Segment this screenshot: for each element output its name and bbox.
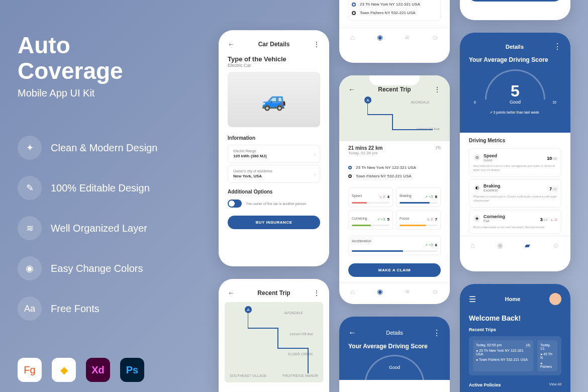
menu-icon[interactable]: ⋮ <box>434 85 441 93</box>
metric-braking-card[interactable]: ◐BrakingExcellent7/10 Praesent ut luctus… <box>469 179 561 208</box>
trip-card[interactable]: Today, 11: ● 43 Th N ● Fishers <box>537 340 557 371</box>
pen-icon: ✎ <box>18 176 42 200</box>
marketing-panel: Auto Coverage Mobile App UI Kit <box>18 33 123 99</box>
vehicle-type-value: Electric Car <box>219 63 329 68</box>
phone-notch <box>369 75 420 85</box>
menu-icon[interactable]: ⋮ <box>553 42 561 51</box>
page-title: Details <box>386 330 403 336</box>
page-title: Recent Trip <box>378 86 411 93</box>
make-claim-button[interactable]: MAKE A CLAIM <box>348 263 441 277</box>
dot-icon <box>348 174 352 178</box>
back-icon[interactable]: ← <box>228 289 235 297</box>
phone-notch <box>490 284 540 294</box>
buy-insurance-button[interactable]: BUY INSURANCE <box>469 0 561 2</box>
metric-speed-card[interactable]: ⊙SpeedGood10/10 Sed bibendum rutrum null… <box>469 148 561 177</box>
car-icon[interactable]: ≡ <box>405 33 409 41</box>
back-icon[interactable]: ← <box>228 40 235 48</box>
font-icon: Aa <box>18 297 42 321</box>
profile-icon[interactable]: ☺ <box>432 287 439 296</box>
page-title: Home <box>476 296 549 302</box>
trip-count: (5) <box>436 145 441 155</box>
city-label: Owner's city of residence <box>233 169 315 173</box>
back-icon[interactable]: ← <box>348 85 355 93</box>
phone-notch <box>490 33 540 43</box>
feature-label: Clean & Modern Design <box>51 142 157 154</box>
gauge-label: Good <box>348 365 441 370</box>
phone-trip-summary-top: 21 mins 22 km Today, 01:39 pm (5) 23 Th … <box>339 0 450 63</box>
phone-car-details: ← Car Details ⋮ Type of the Vehicle Elec… <box>219 30 329 266</box>
metrics-title: Driving Metrics <box>460 133 570 146</box>
map-view[interactable]: AVONDALE Lemon Hill Ave ELDER CREEK SOUT… <box>225 302 323 382</box>
metric-cornering-card[interactable]: ◈CorneringFair3/10 ↘ -3 Proin malesuada … <box>469 210 561 234</box>
address-start: 23 Th New York NY 122-321 USA <box>348 163 441 172</box>
product-title-2: Coverage <box>18 58 123 84</box>
back-icon[interactable]: ← <box>348 328 356 337</box>
product-title-1: Auto <box>18 33 123 58</box>
palette-icon: ◉ <box>18 256 42 280</box>
dot-icon <box>348 166 352 169</box>
home-header: ☰ Home <box>469 293 561 305</box>
blue-header-section: Details ⋮ Your Average Driving Score Goo… <box>460 33 570 133</box>
tool-icons-row: Fg ◆ Xd Ps <box>18 358 144 382</box>
location-icon[interactable]: ◉ <box>497 241 503 249</box>
trip-date: Today, 01:39 pm <box>348 151 382 155</box>
car-icon[interactable]: ≡ <box>405 287 409 296</box>
cornering-icon: ◈ <box>473 215 480 222</box>
phone-recent-trip-map: ← Recent Trip ⋮ AVONDALE Lemon Hill Ave … <box>219 279 329 392</box>
location-icon[interactable]: ◉ <box>377 33 383 41</box>
profile-icon[interactable]: ☺ <box>552 241 559 249</box>
braking-icon: ◐ <box>473 184 480 191</box>
profile-icon[interactable]: ☺ <box>432 33 439 41</box>
feature-item: ✦Clean & Modern Design <box>18 136 157 160</box>
buy-insurance-button[interactable]: BUY INSURANCE <box>228 216 320 229</box>
score-heading: Your Average Driving Score <box>469 56 561 63</box>
range-label: Electric Range <box>233 149 315 153</box>
page-title: Car Details <box>258 41 290 48</box>
phone-notch <box>249 30 299 40</box>
car-icon[interactable]: ▰ <box>525 241 530 249</box>
toggle-label: The owner of the car is another person <box>246 202 306 206</box>
phone-notch <box>249 279 299 289</box>
recent-trips-cards: Today, 02:55 pm(4) ● 23 Th New York NY 1… <box>469 336 561 375</box>
city-card[interactable]: Owner's city of residence New York, USA … <box>228 165 320 183</box>
feature-item: ◉Easy Change Colors <box>18 256 157 280</box>
menu-icon[interactable]: ⋮ <box>433 328 441 338</box>
home-icon[interactable]: ⌂ <box>350 287 354 296</box>
menu-icon[interactable]: ⋮ <box>313 40 320 48</box>
hamburger-icon[interactable]: ☰ <box>469 295 476 304</box>
menu-icon[interactable]: ⋮ <box>313 289 320 297</box>
avatar[interactable] <box>549 293 561 305</box>
address-text: 23 Th New York NY 122-321 USA <box>360 2 420 7</box>
home-icon[interactable]: ⌂ <box>350 33 354 41</box>
product-subtitle: Mobile App UI Kit <box>18 87 123 99</box>
route-line <box>248 308 318 378</box>
phone-recent-trip-metrics: ← Recent Trip ⋮ AVONDALE Lemon Hill Ave … <box>339 75 450 304</box>
electric-range-card[interactable]: Electric Range 105 kWh (380 MJ) › <box>228 145 320 163</box>
metric-description: Proin malesuada ut nisi sed hendrerit. S… <box>473 225 557 229</box>
photoshop-icon: Ps <box>120 358 144 382</box>
options-label: Additional Options <box>219 185 329 197</box>
owner-toggle[interactable] <box>228 200 242 208</box>
metric-description: Praesent ut luctus purus. Donec sollicit… <box>473 194 557 203</box>
phone-details-blue-bottom: ← Details ⋮ Your Average Driving Score G… <box>339 317 450 392</box>
information-label: Information <box>219 131 329 143</box>
phone-buy-insurance-partial: BUY INSURANCE <box>460 0 570 20</box>
policies-row: Active Policies View All <box>469 382 561 387</box>
location-icon[interactable]: ◉ <box>377 287 383 296</box>
score-gauge: Good <box>348 355 441 370</box>
feature-item: ✎100% Editable Design <box>18 176 157 200</box>
address-text: 23 Th New York NY 122-321 USA <box>356 165 416 170</box>
trip-summary: 21 mins 22 km Today, 01:39 pm (5) <box>339 141 450 159</box>
metric-description: Sed bibendum rutrum nulla, vel egestas o… <box>473 164 557 172</box>
feature-label: Easy Change Colors <box>51 263 143 274</box>
feature-item: ≋Well Organized Layer <box>18 216 157 240</box>
addresses: 23 Th New York NY 122-321 USA Town Fishe… <box>339 159 450 184</box>
recent-trips-label: Recent Trips <box>469 327 561 332</box>
trip-card[interactable]: Today, 02:55 pm(4) ● 23 Th New York NY 1… <box>473 340 533 371</box>
feature-item: AaFree Fonts <box>18 297 157 321</box>
home-icon[interactable]: ⌂ <box>471 241 475 249</box>
speed-icon: ⊙ <box>473 154 480 161</box>
page-title: Recent Trip <box>257 289 290 297</box>
score-heading: Your Average Driving Score <box>348 343 441 350</box>
view-all-link[interactable]: View All <box>549 382 561 387</box>
